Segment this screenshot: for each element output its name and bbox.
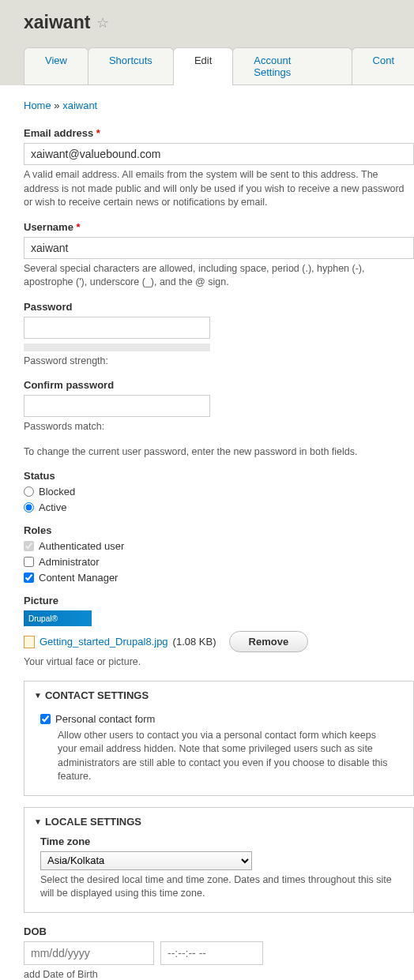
password-field-wrapper: Password Password strength:: [24, 301, 414, 369]
picture-description: Your virtual face or picture.: [24, 655, 414, 670]
tabs: View Shortcuts Edit Account Settings Con…: [24, 47, 414, 85]
role-auth-checkbox: [24, 541, 34, 551]
email-input[interactable]: [24, 143, 414, 165]
picture-label: Picture: [24, 595, 414, 606]
username-label: Username *: [24, 221, 414, 233]
personal-contact-desc: Allow other users to contact you via a p…: [58, 729, 397, 784]
role-cm-checkbox[interactable]: [24, 573, 34, 583]
password-strength-bar: [24, 344, 210, 351]
breadcrumb-home[interactable]: Home: [24, 100, 51, 111]
username-description: Several special characters are allowed, …: [24, 262, 414, 290]
role-admin-row[interactable]: Administrator: [24, 556, 414, 568]
username-field-wrapper: Username * Several special characters ar…: [24, 221, 414, 290]
locale-settings-legend[interactable]: ▼ LOCALE SETTINGS: [24, 808, 413, 835]
dob-time-input[interactable]: [160, 941, 263, 965]
tab-edit[interactable]: Edit: [173, 47, 233, 84]
role-cm-row[interactable]: Content Manager: [24, 572, 414, 584]
timezone-label: Time zone: [40, 835, 397, 847]
file-icon: [24, 636, 35, 648]
chevron-down-icon: ▼: [34, 817, 42, 826]
timezone-select[interactable]: Asia/Kolkata: [40, 851, 252, 870]
content: Home » xaiwant Email address * A valid e…: [0, 85, 414, 980]
status-blocked-row[interactable]: Blocked: [24, 486, 414, 498]
status-blocked-radio[interactable]: [24, 486, 34, 497]
star-icon[interactable]: ☆: [96, 14, 109, 32]
tab-account-settings[interactable]: Account Settings: [232, 47, 352, 84]
password-label: Password: [24, 301, 414, 313]
confirm-password-input[interactable]: [24, 395, 210, 417]
page-header: xaiwant ☆ View Shortcuts Edit Account Se…: [0, 0, 414, 85]
roles-label: Roles: [24, 524, 414, 536]
tab-view[interactable]: View: [24, 47, 88, 84]
email-description: A valid email address. All emails from t…: [24, 168, 414, 210]
roles-wrapper: Roles Authenticated user Administrator C…: [24, 524, 414, 584]
picture-file-size: (1.08 KB): [173, 636, 216, 648]
locale-settings-fieldset: ▼ LOCALE SETTINGS Time zone Asia/Kolkata…: [24, 807, 414, 913]
password-input[interactable]: [24, 317, 210, 339]
contact-settings-fieldset: ▼ CONTACT SETTINGS Personal contact form…: [24, 681, 414, 796]
contact-settings-legend[interactable]: ▼ CONTACT SETTINGS: [24, 681, 413, 709]
status-active-row[interactable]: Active: [24, 501, 414, 513]
tab-cont[interactable]: Cont: [352, 47, 414, 84]
status-label: Status: [24, 470, 414, 482]
confirm-label: Confirm password: [24, 379, 414, 391]
picture-wrapper: Picture Drupal® Getting_started_Drupal8.…: [24, 595, 414, 670]
email-field-wrapper: Email address * A valid email address. A…: [24, 127, 414, 210]
dob-desc: add Date of Birth: [24, 968, 414, 981]
email-label: Email address *: [24, 127, 414, 139]
passwords-match-label: Passwords match:: [24, 420, 414, 434]
breadcrumb-current[interactable]: xaiwant: [62, 100, 97, 111]
dob-label: DOB: [24, 926, 414, 937]
breadcrumb: Home » xaiwant: [24, 100, 414, 111]
picture-thumbnail: Drupal®: [24, 610, 92, 626]
status-active-radio[interactable]: [24, 502, 34, 513]
username-input[interactable]: [24, 237, 414, 259]
tab-shortcuts[interactable]: Shortcuts: [88, 47, 174, 84]
password-strength-label: Password strength:: [24, 355, 414, 369]
timezone-desc: Select the desired local time and time z…: [40, 873, 397, 901]
confirm-password-wrapper: Confirm password Passwords match:: [24, 379, 414, 434]
status-wrapper: Status Blocked Active: [24, 470, 414, 513]
remove-picture-button[interactable]: Remove: [229, 631, 309, 652]
dob-date-input[interactable]: [24, 941, 154, 965]
page-title: xaiwant: [24, 12, 90, 33]
dob-wrapper: DOB add Date of Birth: [24, 926, 414, 981]
personal-contact-row[interactable]: Personal contact form: [40, 713, 397, 725]
password-change-note: To change the current user password, ent…: [24, 445, 414, 460]
chevron-down-icon: ▼: [34, 691, 42, 700]
role-admin-checkbox[interactable]: [24, 557, 34, 567]
role-auth-row: Authenticated user: [24, 540, 414, 552]
personal-contact-checkbox[interactable]: [40, 714, 51, 724]
picture-file-link[interactable]: Getting_started_Drupal8.jpg: [40, 636, 168, 648]
